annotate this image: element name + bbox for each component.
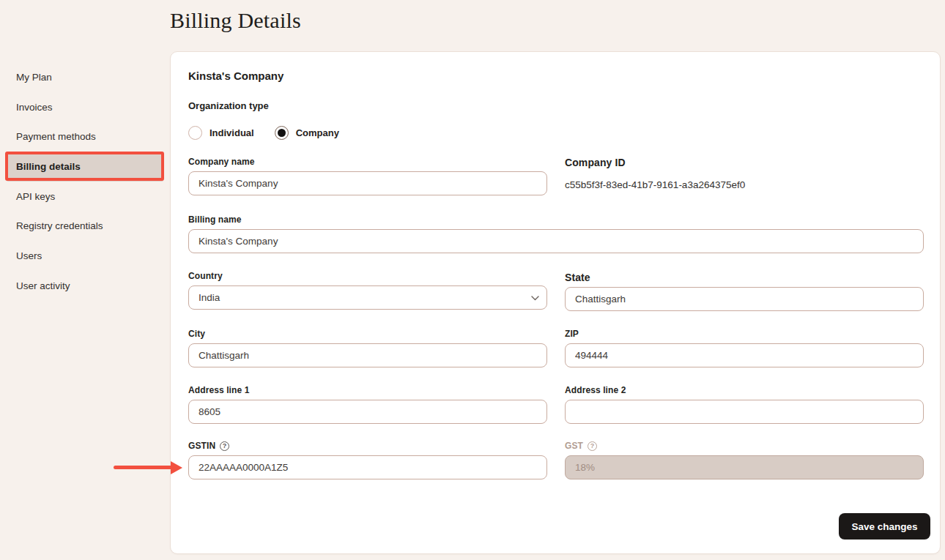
radio-company-label: Company: [296, 127, 339, 138]
address-line-1-label: Address line 1: [188, 385, 249, 395]
city-label: City: [188, 329, 205, 339]
company-name-label: Company name: [188, 157, 255, 167]
billing-sidebar: My Plan Invoices Payment methods Billing…: [0, 62, 170, 301]
address-line-1-input[interactable]: [188, 400, 547, 424]
sidebar-item-users[interactable]: Users: [7, 241, 163, 271]
sidebar-item-registry-credentials[interactable]: Registry credentials: [7, 211, 163, 241]
page-title: Billing Details: [170, 8, 301, 33]
radio-individual-label: Individual: [210, 127, 254, 138]
zip-label: ZIP: [565, 329, 579, 339]
gstin-input[interactable]: [188, 455, 547, 479]
gstin-help-icon[interactable]: ?: [220, 441, 229, 451]
country-label: Country: [188, 271, 223, 281]
save-changes-button[interactable]: Save changes: [839, 513, 930, 540]
sidebar-item-billing-details[interactable]: Billing details: [7, 152, 163, 182]
gst-input: [565, 455, 924, 479]
sidebar-item-api-keys[interactable]: API keys: [7, 182, 163, 212]
company-heading: Kinsta's Company: [188, 70, 284, 82]
address-line-2-input[interactable]: [565, 400, 924, 424]
gst-label-row: GST?: [565, 441, 597, 451]
company-id-value: c55b5f3f-83ed-41b7-9161-a3a264375ef0: [565, 179, 745, 190]
radio-unselected-icon[interactable]: [188, 126, 202, 140]
gstin-label-row: GSTIN?: [188, 441, 229, 451]
country-select[interactable]: [188, 285, 547, 310]
zip-input[interactable]: [565, 343, 924, 367]
sidebar-item-payment-methods[interactable]: Payment methods: [7, 122, 163, 152]
billing-name-input[interactable]: [188, 229, 924, 253]
radio-company[interactable]: Company: [275, 124, 339, 141]
billing-details-card: Kinsta's Company Organization type Indiv…: [170, 51, 941, 554]
sidebar-item-invoices[interactable]: Invoices: [7, 92, 163, 122]
company-id-label: Company ID: [565, 157, 626, 168]
gst-label: GST: [565, 441, 583, 451]
city-input[interactable]: [188, 343, 547, 367]
company-name-input[interactable]: [188, 171, 547, 195]
address-line-2-label: Address line 2: [565, 385, 626, 395]
state-label: State: [565, 272, 590, 283]
state-input[interactable]: [565, 287, 924, 311]
gstin-label: GSTIN: [188, 441, 215, 451]
radio-selected-icon[interactable]: [275, 126, 289, 140]
annotation-arrow: [114, 466, 172, 469]
sidebar-item-user-activity[interactable]: User activity: [7, 271, 163, 301]
radio-individual[interactable]: Individual: [188, 124, 254, 141]
sidebar-item-my-plan[interactable]: My Plan: [7, 62, 163, 92]
organization-type-label: Organization type: [188, 100, 269, 111]
billing-name-label: Billing name: [188, 214, 242, 225]
organization-type-radio-group: Individual Company: [188, 124, 481, 141]
radio-dot: [278, 129, 286, 137]
gst-help-icon[interactable]: ?: [588, 441, 597, 451]
